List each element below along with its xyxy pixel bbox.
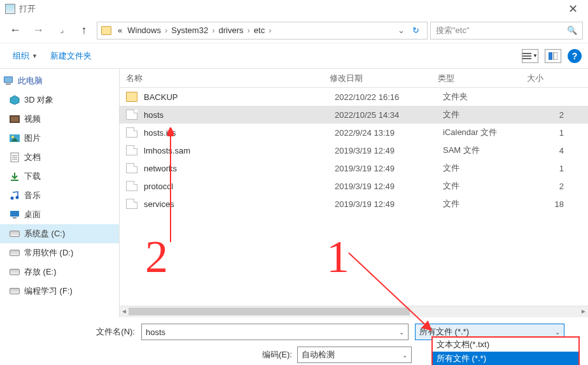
file-type: 文件 bbox=[443, 162, 532, 174]
file-row[interactable]: protocol2019/3/19 12:49文件2 bbox=[120, 177, 588, 195]
address-bar[interactable]: « Windows › System32 › drivers › etc › ⌄… bbox=[97, 22, 428, 39]
file-row[interactable]: lmhosts.sam2019/3/19 12:49SAM 文件4 bbox=[120, 141, 588, 159]
column-name[interactable]: 名称 bbox=[126, 73, 330, 84]
dropdown-icon[interactable]: ⌄ bbox=[555, 329, 560, 336]
file-date: 2022/9/24 13:19 bbox=[335, 128, 443, 138]
file-type: 文件夹 bbox=[443, 91, 532, 103]
file-date: 2022/10/25 14:34 bbox=[335, 110, 443, 120]
file-name: BACKUP bbox=[144, 92, 335, 102]
tree-item[interactable]: 桌面 bbox=[0, 205, 119, 224]
drv-icon bbox=[9, 267, 20, 277]
search-placeholder: 搜索"etc" bbox=[436, 25, 470, 36]
desktop-icon bbox=[9, 210, 20, 220]
address-dropdown-icon[interactable]: ⌄ bbox=[394, 25, 409, 35]
refresh-icon[interactable]: ↻ bbox=[409, 25, 423, 35]
scroll-right-icon[interactable]: ► bbox=[579, 307, 588, 316]
file-size: 1 bbox=[532, 128, 564, 138]
column-headers[interactable]: 名称 修改日期 类型 大小 bbox=[120, 69, 588, 88]
breadcrumb[interactable]: Windows bbox=[125, 25, 164, 35]
tree-label: 桌面 bbox=[24, 209, 41, 220]
filename-label: 文件名(N): bbox=[8, 326, 141, 338]
tree-item[interactable]: 存放 (E:) bbox=[0, 262, 119, 282]
new-folder-button[interactable]: 新建文件夹 bbox=[44, 48, 98, 64]
file-date: 2019/3/19 12:49 bbox=[335, 164, 443, 173]
file-icon bbox=[126, 127, 137, 138]
file-icon bbox=[126, 110, 137, 120]
view-preview-button[interactable] bbox=[545, 49, 561, 63]
organize-button[interactable]: 组织▼ bbox=[6, 48, 44, 64]
file-row[interactable]: hosts2022/10/25 14:34文件2 bbox=[120, 106, 588, 124]
tree-label: 文档 bbox=[24, 152, 41, 163]
forward-button[interactable]: → bbox=[28, 22, 48, 39]
svg-point-19 bbox=[11, 197, 14, 200]
tree-label: 3D 对象 bbox=[24, 94, 53, 106]
dropdown-icon[interactable]: ⌄ bbox=[402, 352, 407, 359]
breadcrumb[interactable]: System32 bbox=[169, 25, 211, 35]
title-bar: 打开 ✕ bbox=[0, 0, 588, 18]
file-type: 文件 bbox=[443, 109, 532, 120]
tree-label: 常用软件 (D:) bbox=[24, 247, 73, 259]
chevron-right-icon: › bbox=[267, 25, 272, 35]
tree-item[interactable]: 文档 bbox=[0, 148, 119, 167]
app-icon bbox=[5, 4, 15, 14]
tree-item[interactable]: 音乐 bbox=[0, 186, 119, 205]
filename-input[interactable]: hosts ⌄ bbox=[141, 324, 409, 340]
search-input[interactable]: 搜索"etc" 🔍 bbox=[430, 22, 583, 39]
tree-label: 此电脑 bbox=[18, 75, 43, 87]
filetype-dropdown[interactable]: 文本文档(*.txt) 所有文件 (*.*) bbox=[431, 336, 580, 365]
file-size: 1 bbox=[532, 164, 564, 173]
back-button[interactable]: ← bbox=[5, 22, 25, 39]
file-row[interactable]: services2019/3/19 12:49文件18 bbox=[120, 195, 588, 213]
view-list-button[interactable]: ▼ bbox=[522, 49, 538, 63]
tree-item[interactable]: 编程学习 (F:) bbox=[0, 282, 119, 301]
tree-label: 存放 (E:) bbox=[24, 266, 57, 278]
close-icon[interactable]: ✕ bbox=[563, 2, 583, 16]
tree-label: 下载 bbox=[24, 171, 41, 182]
up-button[interactable]: ↑ bbox=[74, 22, 94, 39]
svg-rect-21 bbox=[10, 211, 19, 217]
file-row[interactable]: BACKUP2022/10/22 16:16文件夹 bbox=[120, 88, 588, 106]
svg-point-20 bbox=[16, 196, 19, 199]
svg-rect-10 bbox=[11, 117, 18, 122]
dropdown-item[interactable]: 文本文档(*.txt) bbox=[433, 338, 578, 352]
tree-item[interactable]: 图片 bbox=[0, 129, 119, 148]
column-type[interactable]: 类型 bbox=[438, 73, 527, 84]
recent-button[interactable]: ⌄ bbox=[48, 17, 74, 43]
horizontal-scrollbar[interactable]: ◄ ► bbox=[120, 306, 588, 317]
svg-rect-2 bbox=[522, 58, 531, 59]
breadcrumb[interactable]: drivers bbox=[216, 25, 246, 35]
tree-item[interactable]: 3D 对象 bbox=[0, 90, 119, 110]
folder-icon bbox=[126, 92, 137, 102]
breadcrumb[interactable]: etc bbox=[251, 25, 267, 35]
file-icon bbox=[126, 199, 137, 209]
file-row[interactable]: networks2019/3/19 12:49文件1 bbox=[120, 159, 588, 177]
tree-item[interactable]: 此电脑 bbox=[0, 71, 119, 90]
search-icon[interactable]: 🔍 bbox=[567, 25, 577, 35]
column-size[interactable]: 大小 bbox=[527, 73, 565, 84]
svg-rect-4 bbox=[554, 52, 557, 60]
file-row[interactable]: hosts.ics2022/9/24 13:19iCalendar 文件1 bbox=[120, 124, 588, 141]
scrollbar-thumb[interactable] bbox=[129, 308, 410, 315]
dropdown-item[interactable]: 所有文件 (*.*) bbox=[433, 352, 578, 365]
breadcrumb[interactable]: « bbox=[115, 25, 125, 35]
file-list: 名称 修改日期 类型 大小 BACKUP2022/10/22 16:16文件夹h… bbox=[120, 69, 588, 317]
encoding-select[interactable]: 自动检测 ⌄ bbox=[297, 347, 412, 363]
file-type: iCalendar 文件 bbox=[443, 127, 532, 138]
file-icon bbox=[126, 181, 137, 191]
drv-icon bbox=[9, 248, 20, 258]
tree-label: 图片 bbox=[24, 132, 41, 144]
help-button[interactable]: ? bbox=[568, 49, 582, 63]
scroll-left-icon[interactable]: ◄ bbox=[120, 307, 129, 316]
file-date: 2019/3/19 12:49 bbox=[335, 199, 443, 209]
tree-item[interactable]: 下载 bbox=[0, 167, 119, 186]
column-date[interactable]: 修改日期 bbox=[330, 73, 438, 84]
tree-item[interactable]: 常用软件 (D:) bbox=[0, 243, 119, 262]
tree-label: 系统盘 (C:) bbox=[24, 228, 65, 240]
video-icon bbox=[9, 114, 20, 124]
navigation-tree: 此电脑3D 对象视频图片文档下载音乐桌面系统盘 (C:)常用软件 (D:)存放 … bbox=[0, 69, 120, 317]
tree-item[interactable]: 系统盘 (C:) bbox=[0, 224, 119, 243]
tree-item[interactable]: 视频 bbox=[0, 110, 119, 129]
chevron-right-icon: › bbox=[246, 25, 251, 35]
dropdown-icon[interactable]: ⌄ bbox=[399, 329, 404, 336]
file-size: 2 bbox=[532, 182, 564, 191]
